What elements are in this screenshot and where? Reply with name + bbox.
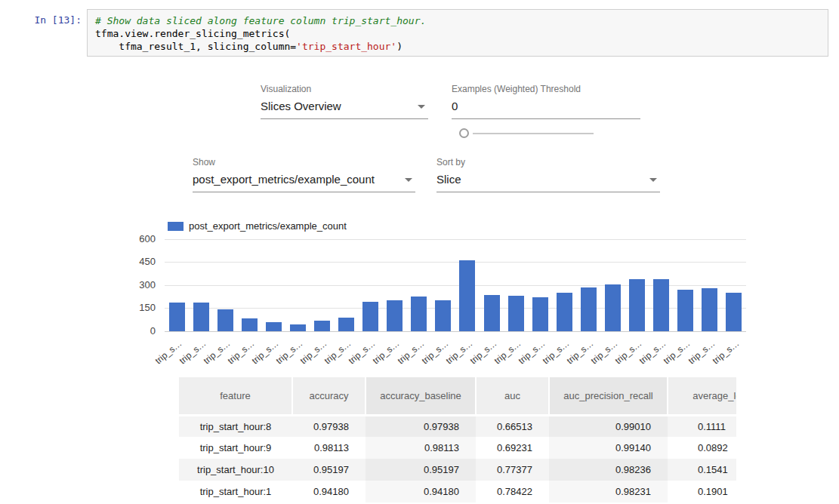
show-value: post_export_metrics/example_count bbox=[193, 173, 375, 186]
visualization-field: Visualization Slices Overview bbox=[261, 84, 428, 119]
code-line: tfma_result_1, slicing_column= bbox=[95, 41, 296, 52]
bar[interactable] bbox=[726, 293, 742, 331]
x-axis-label: trip_s… bbox=[226, 338, 257, 366]
metric-cell: 0.77377 bbox=[476, 459, 549, 481]
metric-cell: 0.1901 bbox=[668, 481, 736, 502]
y-tick-label: 150 bbox=[121, 302, 156, 314]
x-axis-label: trip_s… bbox=[467, 338, 498, 366]
chevron-down-icon[interactable] bbox=[649, 178, 657, 182]
x-axis-labels: trip_s…trip_s…trip_s…trip_s…trip_s…trip_… bbox=[165, 334, 746, 360]
metric-cell: 0.1111 bbox=[668, 415, 736, 437]
visualization-value: Slices Overview bbox=[261, 100, 341, 112]
bar[interactable] bbox=[532, 297, 548, 331]
column-header[interactable]: auc bbox=[476, 377, 549, 415]
threshold-input[interactable] bbox=[452, 99, 640, 114]
bar[interactable] bbox=[266, 322, 282, 331]
x-axis-label: trip_s… bbox=[492, 338, 523, 366]
bar[interactable] bbox=[411, 297, 427, 331]
metric-cell: 0.98113 bbox=[366, 437, 476, 459]
metric-cell: 0.94180 bbox=[292, 481, 366, 502]
sort-by-label: Sort by bbox=[436, 157, 660, 167]
metric-cell: 0.66513 bbox=[476, 415, 549, 437]
x-axis-label: trip_s… bbox=[395, 338, 426, 366]
x-axis-label: trip_s… bbox=[637, 338, 668, 366]
metrics-table-container: featureaccuracyaccuracy_baselineaucauc_p… bbox=[179, 377, 736, 504]
x-axis-label: trip_s… bbox=[613, 338, 644, 366]
x-axis-baseline bbox=[165, 331, 746, 332]
bar[interactable] bbox=[338, 318, 354, 331]
bar[interactable] bbox=[605, 284, 621, 331]
x-axis-label: trip_s… bbox=[250, 338, 281, 366]
code-comment: # Show data sliced along feature column … bbox=[95, 15, 426, 26]
x-axis-label: trip_s… bbox=[443, 338, 474, 366]
x-axis-label: trip_s… bbox=[589, 338, 620, 366]
sort-by-field: Sort by Slice bbox=[436, 157, 660, 192]
y-tick-label: 0 bbox=[121, 325, 156, 337]
legend-label: post_export_metrics/example_count bbox=[189, 220, 347, 232]
table-row: trip_start_hour:10.941800.941800.784220.… bbox=[179, 481, 736, 502]
x-axis-label: trip_s… bbox=[202, 338, 233, 366]
metric-cell: 0.95197 bbox=[366, 459, 476, 481]
x-axis-label: trip_s… bbox=[371, 338, 402, 366]
x-axis-label: trip_s… bbox=[347, 338, 378, 366]
feature-cell: trip_start_hour:9 bbox=[179, 437, 292, 459]
metric-cell: 0.99010 bbox=[549, 415, 668, 437]
bar[interactable] bbox=[169, 303, 185, 331]
metric-cell: 0.0892 bbox=[668, 437, 736, 459]
bar[interactable] bbox=[290, 324, 306, 331]
bar[interactable] bbox=[581, 287, 597, 331]
column-header[interactable]: accuracy_baseline bbox=[366, 377, 476, 415]
column-header[interactable]: feature bbox=[179, 377, 292, 415]
y-tick-label: 600 bbox=[121, 233, 156, 245]
column-header[interactable]: auc_precision_recall bbox=[549, 377, 668, 415]
bar[interactable] bbox=[653, 279, 669, 331]
table-row: trip_start_hour:100.951970.951970.773770… bbox=[179, 459, 736, 481]
bar[interactable] bbox=[484, 295, 500, 331]
show-field: Show post_export_metrics/example_count bbox=[193, 157, 415, 192]
column-header[interactable]: accuracy bbox=[292, 377, 366, 415]
chevron-down-icon[interactable] bbox=[418, 105, 425, 109]
code-cell[interactable]: # Show data sliced along feature column … bbox=[87, 9, 828, 57]
bar[interactable] bbox=[387, 300, 403, 331]
bar[interactable] bbox=[362, 302, 378, 331]
metrics-table: featureaccuracyaccuracy_baselineaucauc_p… bbox=[179, 377, 736, 502]
code-string: 'trip_start_hour' bbox=[296, 41, 396, 52]
bar[interactable] bbox=[702, 288, 717, 331]
sort-by-dropdown[interactable]: Slice bbox=[436, 171, 660, 192]
metric-cell: 0.98236 bbox=[549, 459, 668, 481]
chevron-down-icon[interactable] bbox=[405, 178, 412, 182]
x-axis-label: trip_s… bbox=[565, 338, 596, 366]
x-axis-label: trip_s… bbox=[662, 338, 692, 366]
x-axis-label: trip_s… bbox=[517, 338, 548, 366]
feature-cell: trip_start_hour:8 bbox=[179, 415, 292, 437]
threshold-field: Examples (Weighted) Threshold bbox=[452, 84, 640, 119]
bar[interactable] bbox=[459, 260, 475, 332]
bar[interactable] bbox=[435, 300, 451, 331]
column-header[interactable]: average_loss bbox=[668, 377, 736, 415]
x-axis-label: trip_s… bbox=[541, 338, 572, 366]
slider-knob[interactable] bbox=[459, 128, 469, 138]
bar[interactable] bbox=[557, 293, 572, 331]
threshold-slider[interactable] bbox=[459, 128, 594, 140]
show-label: Show bbox=[193, 157, 415, 167]
metric-cell: 0.95197 bbox=[292, 459, 366, 481]
bar[interactable] bbox=[242, 318, 258, 331]
y-tick-label: 300 bbox=[121, 279, 156, 291]
bar[interactable] bbox=[217, 309, 233, 332]
visualization-dropdown[interactable]: Slices Overview bbox=[261, 97, 428, 119]
slider-track[interactable] bbox=[473, 133, 594, 134]
metric-cell: 0.97938 bbox=[292, 415, 366, 437]
x-axis-label: trip_s… bbox=[177, 338, 208, 366]
metric-cell: 0.1541 bbox=[668, 459, 736, 481]
bar[interactable] bbox=[193, 303, 209, 331]
bar[interactable] bbox=[314, 321, 330, 331]
bar[interactable] bbox=[508, 296, 524, 331]
bar[interactable] bbox=[677, 290, 693, 331]
show-dropdown[interactable]: post_export_metrics/example_count bbox=[193, 171, 415, 192]
code-line: tfma.view.render_slicing_metrics( bbox=[95, 28, 290, 39]
table-row: trip_start_hour:90.981130.981130.692310.… bbox=[179, 437, 736, 459]
metric-cell: 0.78422 bbox=[476, 481, 549, 502]
feature-cell: trip_start_hour:10 bbox=[179, 459, 292, 481]
bar[interactable] bbox=[629, 279, 645, 331]
code-line: ) bbox=[396, 41, 403, 52]
